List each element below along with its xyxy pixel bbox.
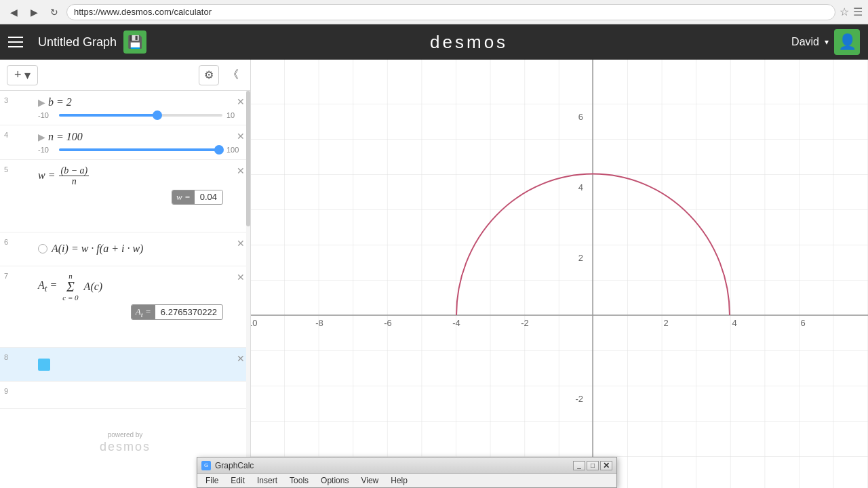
- expr-formula-5: w = (b − a) n: [24, 165, 243, 187]
- svg-text:6: 6: [578, 112, 583, 122]
- expr-row-num-4: 4: [4, 131, 8, 139]
- graphcalc-close-button[interactable]: ✕: [600, 461, 612, 470]
- graphcalc-titlebar: G GraphCalc _ □ ✕: [197, 458, 616, 474]
- user-name: David: [791, 36, 819, 48]
- toolbar-right: ⚙ 《: [199, 65, 243, 85]
- expr-close-4[interactable]: ✕: [237, 131, 245, 142]
- fraction-w: (b − a) n: [59, 165, 89, 187]
- expr-math-4: n = 100: [48, 131, 83, 143]
- result-value-5: 0.04: [195, 190, 222, 203]
- result-wrap-7: At = 6.2765370222: [24, 304, 243, 321]
- graph-canvas[interactable]: 6 4 2 -2 -4 -10 -8 -6 -4 -2 2 4 6: [251, 60, 868, 488]
- slider-thumb-4[interactable]: [214, 145, 224, 155]
- svg-text:4: 4: [732, 318, 736, 328]
- user-icon: 👤: [838, 33, 856, 51]
- expr-circle-6: [38, 244, 47, 253]
- svg-text:2: 2: [578, 253, 583, 263]
- expr-formula-6: A(i) = w · f(a + i · w): [24, 243, 243, 255]
- url-text: https://www.desmos.com/calculator: [74, 7, 212, 17]
- save-icon: 💾: [127, 35, 142, 49]
- summation-icon: n Σ c = 0: [62, 272, 78, 302]
- play-button-3[interactable]: ▶: [38, 97, 45, 108]
- left-panel: + ▾ ⚙ 《 3 ✕ ▶ b = 2: [0, 60, 251, 488]
- play-button-4[interactable]: ▶: [38, 131, 45, 142]
- expr-row-num-8: 8: [4, 353, 8, 361]
- slider-track-3[interactable]: [59, 114, 222, 117]
- graph-panel: 6 4 2 -2 -4 -10 -8 -6 -4 -2 2 4 6: [251, 60, 868, 488]
- watermark-logo: desmos: [100, 440, 151, 454]
- expr-row-num-7: 7: [4, 272, 8, 280]
- result-label-7: At =: [132, 305, 155, 320]
- collapse-icon: 《: [228, 68, 239, 82]
- save-button[interactable]: 💾: [123, 30, 146, 54]
- slider-row-3: -10 10: [24, 111, 243, 119]
- expr-close-7[interactable]: ✕: [237, 272, 245, 283]
- expr-math-7: At = n Σ c = 0 A(c): [38, 272, 102, 302]
- desmos-watermark: powered by desmos: [100, 431, 151, 454]
- expr-math-6: A(i) = w · f(a + i · w): [52, 243, 143, 255]
- expression-6: 6 ✕ A(i) = w · f(a + i · w): [0, 232, 250, 266]
- slider-fill-4: [59, 148, 219, 151]
- address-bar[interactable]: https://www.desmos.com/calculator: [66, 4, 835, 20]
- graphcalc-menubar: File Edit Insert Tools Options View Help: [197, 474, 616, 487]
- expr-close-8[interactable]: ✕: [237, 353, 245, 364]
- expr-math-5: w = (b − a) n: [38, 169, 90, 181]
- refresh-button[interactable]: ↻: [46, 4, 62, 20]
- slider-max-3: 10: [226, 111, 243, 119]
- expr-row-num-5: 5: [4, 165, 8, 174]
- svg-text:2: 2: [663, 318, 668, 328]
- graphcalc-maximize-button[interactable]: □: [587, 461, 599, 470]
- menu-file[interactable]: File: [200, 474, 224, 487]
- add-icon: +: [14, 68, 22, 82]
- menu-insert[interactable]: Insert: [252, 474, 283, 487]
- expr-close-3[interactable]: ✕: [237, 96, 245, 107]
- browser-actions: ☆ ☰: [840, 5, 863, 18]
- result-7: At = 6.2765370222: [131, 304, 223, 321]
- slider-min-3: -10: [38, 111, 55, 119]
- svg-text:-10: -10: [251, 318, 257, 328]
- user-dropdown-arrow: ▾: [825, 37, 829, 47]
- slider-min-4: -10: [38, 146, 55, 154]
- add-expression-button[interactable]: + ▾: [7, 65, 38, 85]
- expr-close-6[interactable]: ✕: [237, 238, 245, 249]
- forward-button[interactable]: ▶: [26, 4, 42, 20]
- scroll-thumb[interactable]: [246, 91, 250, 226]
- svg-text:-2: -2: [521, 318, 529, 328]
- slider-max-4: 100: [226, 146, 243, 154]
- back-button[interactable]: ◀: [5, 4, 22, 20]
- menu-options[interactable]: Options: [315, 474, 354, 487]
- graphcalc-minimize-button[interactable]: _: [573, 461, 585, 470]
- svg-rect-1: [251, 60, 868, 488]
- slider-track-4[interactable]: [59, 148, 222, 151]
- graphcalc-icon-label: G: [204, 462, 208, 468]
- slider-thumb-3[interactable]: [153, 110, 162, 120]
- expr-row-num-9: 9: [4, 387, 8, 395]
- desmos-logo: desmos: [146, 32, 791, 53]
- panel-toolbar: + ▾ ⚙ 《: [0, 60, 250, 91]
- powered-by-text: powered by: [100, 431, 151, 439]
- collapse-button[interactable]: 《: [223, 65, 243, 85]
- menu-view[interactable]: View: [355, 474, 384, 487]
- browser-bar: ◀ ▶ ↻ https://www.desmos.com/calculator …: [0, 0, 868, 24]
- settings-button[interactable]: ⚙: [199, 65, 219, 85]
- main-area: + ▾ ⚙ 《 3 ✕ ▶ b = 2: [0, 60, 868, 488]
- graph-title: Untitled Graph: [38, 35, 117, 49]
- expr-formula-7: At = n Σ c = 0 A(c): [24, 272, 243, 302]
- menu-tools[interactable]: Tools: [284, 474, 314, 487]
- svg-text:6: 6: [800, 318, 805, 328]
- expr-close-5[interactable]: ✕: [237, 165, 245, 176]
- svg-text:-6: -6: [384, 318, 392, 328]
- expression-9: 9: [0, 382, 250, 409]
- scroll-indicator: [246, 91, 250, 488]
- svg-text:-8: -8: [315, 318, 323, 328]
- star-icon: ☆: [840, 5, 849, 18]
- menu-edit[interactable]: Edit: [225, 474, 250, 487]
- user-avatar-button[interactable]: 👤: [834, 29, 860, 55]
- menu-help[interactable]: Help: [385, 474, 413, 487]
- expression-7: 7 ✕ At = n Σ c = 0 A(c) At =: [0, 266, 250, 348]
- expr-math-3: b = 2: [48, 96, 72, 108]
- result-value-7: 6.2765370222: [155, 306, 222, 319]
- graphcalc-title-text: GraphCalc: [215, 461, 254, 470]
- hamburger-button[interactable]: [8, 31, 30, 53]
- expr-color-swatch-8[interactable]: [38, 359, 50, 371]
